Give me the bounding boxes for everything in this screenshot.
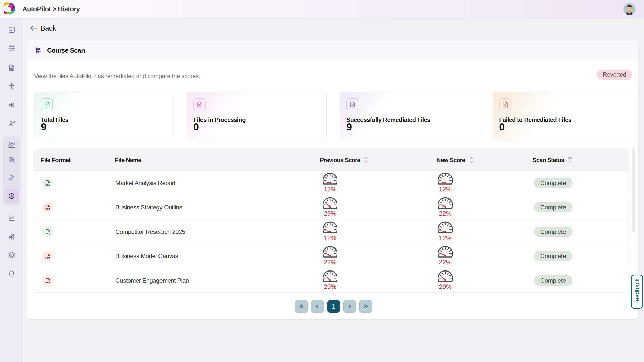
svg-text:XLS: XLS [45,232,50,235]
svg-text:PPT: PPT [45,256,50,259]
svg-text:PPT: PPT [45,281,50,284]
svg-text:PPT: PPT [45,208,50,210]
svg-text:XLS: XLS [45,183,50,186]
